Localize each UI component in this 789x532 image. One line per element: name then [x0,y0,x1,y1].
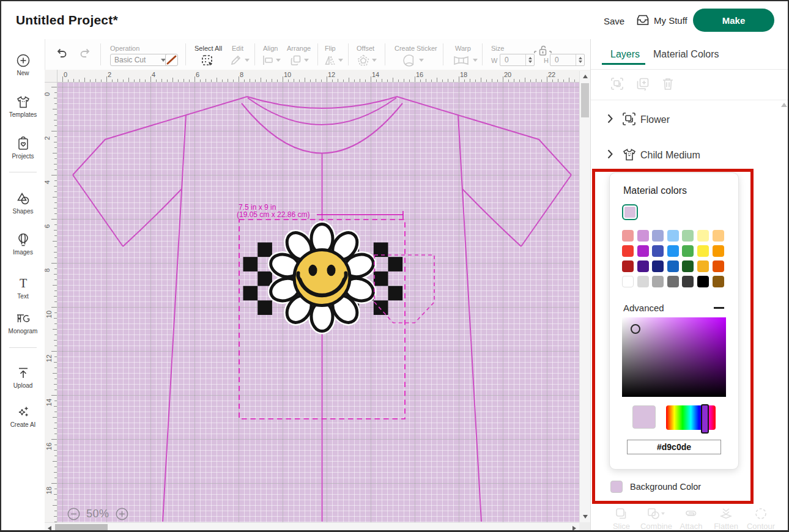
contour-button[interactable]: Contour [744,508,778,531]
color-swatch[interactable] [713,245,724,257]
color-swatch[interactable] [697,245,709,257]
vertical-scrollbar[interactable] [579,71,590,522]
chevron-right-icon[interactable] [607,113,613,124]
color-swatch[interactable] [713,260,724,272]
edit-pencil-icon[interactable] [230,54,242,66]
vertical-scrollbar-thumb[interactable] [581,83,589,117]
make-button[interactable]: Make [693,9,774,32]
color-swatch[interactable] [652,260,664,272]
color-swatch[interactable] [637,260,649,272]
trash-icon[interactable] [662,77,674,91]
sidebar-item-projects[interactable]: Projects [1,136,45,160]
redo-icon[interactable] [79,46,91,59]
duplicate-icon[interactable] [636,77,650,91]
color-swatch[interactable] [637,230,649,242]
width-input[interactable]: 0 [500,54,535,66]
ruler-tick [54,252,57,253]
color-swatch[interactable] [622,230,634,242]
color-swatch[interactable] [637,245,649,257]
arrange-icon[interactable] [290,54,302,66]
sidebar-item-new[interactable]: New [1,53,45,76]
color-swatch[interactable] [652,276,664,287]
color-swatch[interactable] [682,260,694,272]
color-swatch[interactable] [682,276,694,287]
sidebar-item-shapes[interactable]: Shapes [1,191,45,215]
color-swatch[interactable] [713,276,724,287]
zoom-in-icon[interactable] [116,508,128,520]
horizontal-scrollbar[interactable] [45,522,579,532]
flip-icon[interactable] [324,54,336,66]
height-spinner[interactable] [576,54,584,65]
saturation-value-gradient[interactable] [622,317,726,397]
layer-row-flower[interactable]: Flower [591,102,780,137]
tab-layers[interactable]: Layers [610,49,640,60]
design-canvas[interactable]: 7.5 in x 9 in (19.05 cm x 22.86 cm) 50% [57,83,579,522]
sidebar-item-create-ai[interactable]: Create AI [1,405,45,428]
color-swatch[interactable] [622,245,634,257]
color-swatch[interactable] [667,276,679,287]
linetype-color-chip[interactable] [165,54,178,66]
color-swatch[interactable] [682,245,694,257]
ruler-tick [90,79,91,82]
create-sticker-icon[interactable] [402,54,416,67]
slice-button[interactable]: Slice [604,508,639,531]
ruler-tick [409,79,410,82]
save-button[interactable]: Save [604,16,624,26]
align-icon[interactable] [262,55,273,65]
width-spinner[interactable] [525,54,534,65]
ruler-tick [194,76,195,82]
color-swatch[interactable] [652,245,664,257]
collapse-advanced-icon[interactable] [714,307,724,309]
background-color-row[interactable]: Background Color [610,481,701,493]
undo-icon[interactable] [56,46,68,59]
color-swatch[interactable] [682,230,694,242]
selected-material-swatch[interactable] [622,204,638,220]
color-swatch[interactable] [667,260,679,272]
select-all-icon[interactable] [201,54,214,67]
color-swatch[interactable] [697,276,709,287]
sidebar-item-upload[interactable]: Upload [1,366,45,389]
chevron-right-icon[interactable] [607,149,613,160]
ruler-tick [558,79,558,82]
hue-slider[interactable] [666,405,716,430]
hue-slider-handle[interactable] [701,404,709,434]
color-swatch[interactable] [713,230,724,242]
layers-scroll-up-arrow[interactable] [781,103,787,107]
background-color-swatch[interactable] [610,481,623,493]
color-swatch[interactable] [637,276,649,287]
layer-row-child-medium[interactable]: Child Medium [591,137,780,172]
sidebar-item-monogram[interactable]: Monogram [1,311,45,334]
color-swatch[interactable] [622,276,634,287]
flatten-button[interactable]: Flatten [709,508,743,531]
color-swatch[interactable] [697,230,709,242]
height-input[interactable]: 0 [550,54,585,66]
face-group [294,250,350,306]
group-select-icon[interactable] [610,77,624,91]
my-stuff-button[interactable]: My Stuff [636,14,687,26]
scroll-down-arrow[interactable] [583,515,588,519]
tab-material-colors[interactable]: Material Colors [653,49,719,60]
zoom-out-icon[interactable] [67,508,80,520]
color-swatch[interactable] [667,230,679,242]
color-swatch[interactable] [652,230,664,242]
lock-open-icon[interactable] [534,45,552,56]
hex-color-input[interactable] [627,440,721,454]
sidebar-item-templates[interactable]: Templates [1,95,45,118]
color-swatch[interactable] [667,245,679,257]
sidebar-item-images[interactable]: Images [1,232,45,256]
horizontal-scrollbar-thumb[interactable] [55,524,108,532]
offset-icon[interactable] [357,54,369,67]
color-swatch[interactable] [697,260,709,272]
attach-button[interactable]: Attach [674,508,708,531]
combine-button[interactable]: Combine [639,508,673,531]
gradient-cursor[interactable] [631,324,640,334]
ruler-tick [299,79,300,82]
operation-select[interactable]: Basic Cut [110,54,170,66]
scroll-left-arrow[interactable] [48,526,51,531]
scroll-up-arrow[interactable] [583,75,588,78]
sidebar-item-text[interactable]: T Text [1,276,45,300]
scroll-right-arrow[interactable] [572,526,576,531]
color-swatch[interactable] [622,260,634,272]
warp-icon[interactable] [453,56,469,65]
cut-line-icon [166,54,177,65]
